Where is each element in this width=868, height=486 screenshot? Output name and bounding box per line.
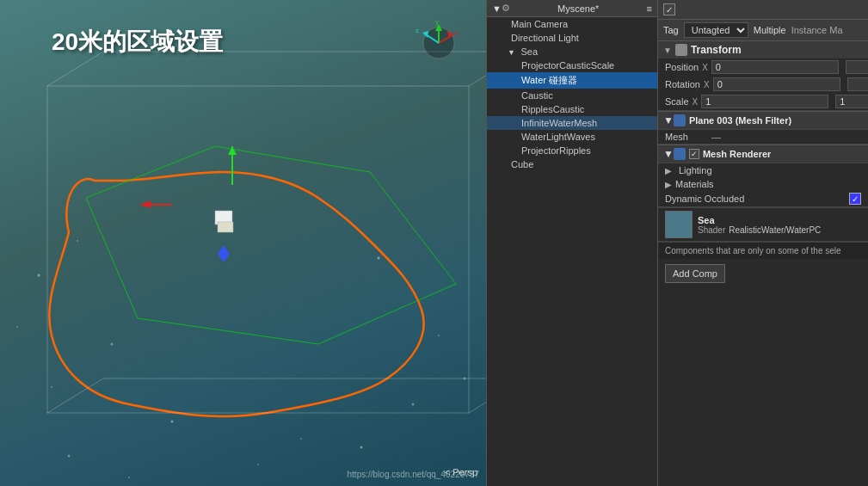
transform-section: ▼ Transform Position X Rotation X <box>658 41 868 111</box>
rx-axis-label: X <box>704 80 710 89</box>
dynamic-row: Dynamic Occluded ✓ <box>658 191 868 206</box>
sea-material-icon <box>665 211 693 238</box>
mesh-filter-title: Plane 003 (Mesh Filter) <box>689 115 791 126</box>
inspector-top-bar: ✓ <box>658 0 868 20</box>
sea-material-name: Sea <box>698 215 861 225</box>
item-label: Caustic <box>521 90 553 101</box>
position-label: Position <box>665 62 699 72</box>
hierarchy-menu-icon[interactable]: ≡ <box>647 3 652 14</box>
item-label: Main Camera <box>511 19 568 29</box>
hierarchy-item-projector-ripples[interactable]: ProjectorRipples <box>487 144 657 157</box>
hierarchy-item-cube[interactable]: Cube <box>487 157 657 171</box>
materials-row[interactable]: ▶ Materials <box>658 177 868 191</box>
lighting-row[interactable]: ▶ Lighting <box>658 163 868 177</box>
shader-label: Shader <box>698 225 725 235</box>
hierarchy-item-infinite-water[interactable]: InfiniteWaterMesh <box>487 116 657 130</box>
mesh-renderer-icon <box>674 148 686 160</box>
transform-icon <box>675 44 687 56</box>
hierarchy-item-ripples-caustic[interactable]: RipplesCaustic <box>487 102 657 116</box>
mesh-row: Mesh — <box>658 130 868 144</box>
hierarchy-item-sea[interactable]: ▼ Sea <box>487 45 657 58</box>
rotation-label: Rotation <box>665 79 700 89</box>
mesh-filter-section: ▼ Plane 003 (Mesh Filter) Mesh — <box>658 111 868 145</box>
item-arrow: ▼ <box>508 48 517 57</box>
dynamic-check: ✓ <box>852 194 859 204</box>
components-note: Components that are only on some of the … <box>658 242 868 259</box>
shader-value: RealisticWater/WaterPC <box>729 225 821 235</box>
instance-label: Instance Ma <box>791 25 843 35</box>
hierarchy-item-caustic[interactable]: Caustic <box>487 89 657 102</box>
section-arrow: ▼ <box>663 46 672 55</box>
multiple-label: Multiple <box>754 25 786 35</box>
mr-checkbox[interactable]: ✓ <box>689 149 699 159</box>
item-label: Sea <box>520 46 538 57</box>
position-x-input[interactable] <box>711 60 839 74</box>
tag-row: Tag Untagted Multiple Instance Ma <box>658 20 868 41</box>
scale-row: Scale X <box>658 93 868 110</box>
main-layout: y x z 20米的区域设置 < Persp https://blog.csdn… <box>0 0 868 486</box>
hierarchy-panel: ▼ ⚙ Myscene* ≡ Main Camera Directional L… <box>486 0 658 486</box>
dynamic-label: Dynamic Occluded <box>665 194 846 204</box>
x-axis-label: X <box>702 63 708 72</box>
item-label: InfiniteWaterMesh <box>521 118 597 128</box>
tag-select[interactable]: Untagted <box>684 22 748 38</box>
hierarchy-arrow: ▼ <box>492 3 502 14</box>
item-label: ProjectorRipples <box>521 145 591 156</box>
mesh-filter-header[interactable]: ▼ Plane 003 (Mesh Filter) <box>658 111 868 130</box>
rotation-x-input[interactable] <box>713 77 840 91</box>
scale-label: Scale <box>665 96 689 107</box>
water-texture <box>0 0 486 486</box>
hierarchy-header: ▼ ⚙ Myscene* ≡ <box>487 0 657 17</box>
inspector-scroll[interactable]: ▼ Transform Position X Rotation X <box>658 41 868 486</box>
item-label: RipplesCaustic <box>521 104 584 114</box>
position-y-input[interactable] <box>846 60 868 74</box>
lighting-label: Lighting <box>679 165 712 175</box>
item-label: Water 碰撞器 <box>521 75 577 85</box>
viewport: y x z 20米的区域设置 < Persp https://blog.csdn… <box>0 0 486 486</box>
mesh-renderer-title: Mesh Renderer <box>703 149 771 159</box>
active-checkbox[interactable]: ✓ <box>663 3 675 15</box>
hierarchy-item-main-camera[interactable]: Main Camera <box>487 17 657 31</box>
mesh-renderer-section: ▼ ✓ Mesh Renderer ▶ Lighting ▶ Materials <box>658 145 868 207</box>
rotation-y-input[interactable] <box>847 77 868 91</box>
scale-y-input[interactable] <box>835 95 868 108</box>
materials-label: Materials <box>675 179 714 189</box>
hierarchy-item-projector-caustic[interactable]: ProjectorCausticScale <box>487 58 657 72</box>
add-component-button[interactable]: Add Comp <box>665 264 725 283</box>
hierarchy-title: Myscene* <box>510 3 647 14</box>
mesh-filter-icon <box>674 114 686 126</box>
mf-arrow: ▼ <box>663 114 674 126</box>
mesh-renderer-header[interactable]: ▼ ✓ Mesh Renderer <box>658 145 868 163</box>
sx-axis-label: X <box>693 97 699 107</box>
mr-check: ✓ <box>691 150 698 158</box>
rotation-row: Rotation X <box>658 76 868 93</box>
item-label: WaterLightWaves <box>521 132 595 142</box>
mesh-label: Mesh <box>665 132 708 142</box>
mesh-value: — <box>711 132 721 142</box>
transform-header[interactable]: ▼ Transform <box>658 41 868 58</box>
item-label: Cube <box>511 159 533 169</box>
item-label: Directional Light <box>511 33 579 43</box>
hierarchy-item-water-light-waves[interactable]: WaterLightWaves <box>487 130 657 144</box>
transform-title: Transform <box>691 44 742 56</box>
sea-material-section: Sea Shader RealisticWater/WaterPC <box>658 207 868 242</box>
mr-arrow: ▼ <box>663 148 674 160</box>
item-label: ProjectorCausticScale <box>521 60 614 71</box>
hierarchy-item-water[interactable]: Water 碰撞器 <box>487 72 657 89</box>
dynamic-checkbox[interactable]: ✓ <box>849 193 861 205</box>
lighting-arrow: ▶ <box>665 166 672 175</box>
hierarchy-icon: ⚙ <box>502 3 510 14</box>
hierarchy-item-directional-light[interactable]: Directional Light <box>487 31 657 45</box>
tag-label: Tag <box>663 25 679 35</box>
sea-material-info: Sea Shader RealisticWater/WaterPC <box>698 215 861 235</box>
inspector-panel: ✓ Tag Untagted Multiple Instance Ma ▼ Tr… <box>658 0 868 486</box>
viewport-title: 20米的区域设置 <box>52 26 223 58</box>
check-mark: ✓ <box>666 5 673 15</box>
scale-x-input[interactable] <box>701 95 828 108</box>
watermark: https://blog.csdn.net/qq_40229737 <box>348 470 479 479</box>
shader-row: Shader RealisticWater/WaterPC <box>698 225 861 235</box>
position-row: Position X <box>658 58 868 76</box>
materials-arrow: ▶ <box>665 180 672 189</box>
